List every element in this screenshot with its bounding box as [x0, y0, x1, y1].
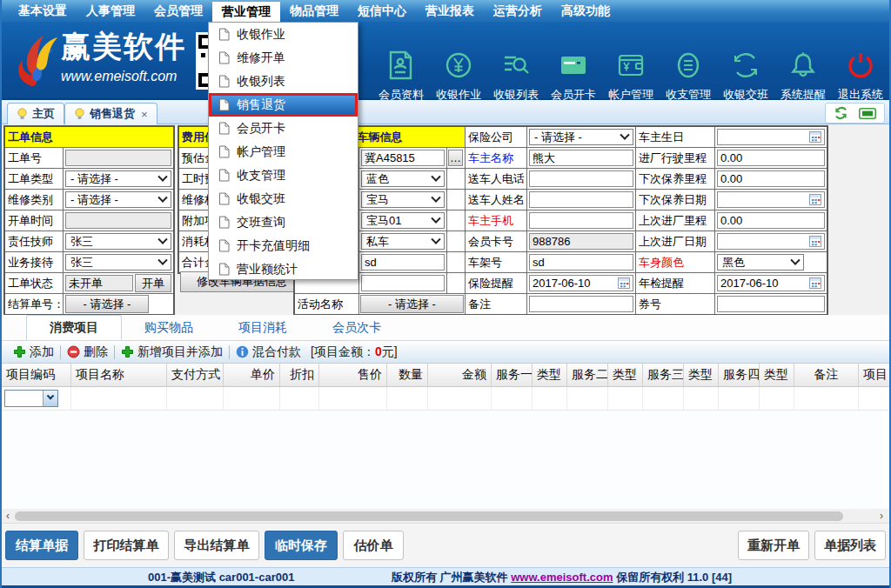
blank-field[interactable] — [361, 275, 445, 291]
scrollbar-thumb[interactable] — [15, 511, 843, 521]
tab-close-icon[interactable]: × — [141, 108, 148, 121]
menu-item-sms[interactable]: 短信中心 — [348, 0, 416, 22]
print-settlement-button[interactable]: 打印结算单 — [84, 531, 169, 560]
menu-item-label: 营业额统计 — [237, 262, 298, 277]
menu-item-analysis[interactable]: 运营分析 — [484, 0, 552, 22]
item-code-select[interactable] — [4, 390, 58, 407]
coupon-field[interactable] — [717, 296, 825, 312]
menu-shift-query[interactable]: 交班查询 — [209, 210, 358, 234]
menu-income-expense[interactable]: 收支管理 — [209, 164, 358, 187]
brand-select[interactable]: 宝马 — [361, 191, 445, 208]
tool-exit-system[interactable]: 退出系统 — [834, 48, 888, 103]
refresh-icon[interactable] — [834, 106, 848, 120]
chevron-down-icon — [431, 213, 440, 223]
temp-save-button[interactable]: 临时保存 — [265, 531, 338, 560]
menu-sales-return-highlighted[interactable]: 销售退货 — [209, 93, 358, 117]
deliverer-name-field[interactable] — [529, 191, 633, 208]
menu-card-recharge-detail[interactable]: 开卡充值明细 — [209, 234, 358, 257]
tool-member-profile[interactable]: 会员资料 — [374, 48, 428, 103]
field-label: 车身颜色 — [636, 252, 714, 272]
field-value: sd — [365, 256, 377, 269]
reopen-order-button[interactable]: 重新开单 — [738, 531, 809, 560]
menu-turnover-stats[interactable]: 营业额统计 — [209, 257, 358, 281]
tool-shift-change[interactable]: 收银交班 — [719, 48, 773, 103]
open-time-field[interactable] — [65, 212, 171, 229]
menu-item-basic-settings[interactable]: 基本设置 — [9, 0, 77, 22]
calendar-icon[interactable] — [809, 277, 821, 289]
menu-item-label: 交班查询 — [237, 215, 285, 231]
export-settlement-button[interactable]: 导出结算单 — [174, 531, 259, 560]
deliverer-phone-field[interactable] — [529, 170, 633, 187]
owner-phone-field[interactable] — [529, 212, 633, 229]
scroll-right-arrow[interactable]: › — [875, 509, 888, 523]
tool-income-expense[interactable]: 收支管理 — [661, 48, 715, 103]
order-no-field[interactable] — [65, 150, 171, 166]
calendar-icon[interactable] — [809, 236, 821, 247]
repair-category-select[interactable]: - 请选择 - — [65, 191, 171, 208]
tool-member-card[interactable]: 会员开卡 — [546, 48, 600, 103]
technician-select[interactable]: 张三 — [65, 233, 171, 250]
calendar-icon[interactable] — [618, 277, 630, 289]
annual-check-field[interactable]: 2017-06-10 — [717, 275, 825, 291]
menu-item-reports[interactable]: 营业报表 — [416, 0, 484, 22]
add-button[interactable]: 添加 — [7, 344, 60, 360]
tab-home[interactable]: 主页 — [7, 103, 64, 124]
vehicle-nature-select[interactable]: 私车 — [361, 233, 445, 250]
calendar-icon[interactable] — [809, 131, 821, 143]
tab-purchase-goods[interactable]: 购买物品 — [122, 315, 216, 340]
screen-icon[interactable] — [859, 108, 876, 119]
color-select[interactable]: 蓝色 — [361, 170, 445, 187]
menu-item-advanced[interactable]: 高级功能 — [552, 0, 620, 22]
note-field[interactable] — [529, 296, 633, 312]
website-link[interactable]: www.emeisoft.com — [511, 571, 613, 584]
menu-account-mgmt[interactable]: 帐户管理 — [209, 140, 358, 164]
tab-item-consumption[interactable]: 项目消耗 — [216, 315, 310, 340]
mileage-in-field[interactable]: 0.00 — [717, 150, 825, 166]
owner-name-field[interactable]: 熊大 — [529, 150, 633, 166]
add-new-item-button[interactable]: 新增项目并添加 — [115, 344, 229, 360]
insurance-remind-field[interactable]: 2017-06-10 — [529, 275, 633, 291]
model-select[interactable]: 宝马01 — [361, 212, 445, 229]
last-in-date-field[interactable] — [717, 233, 825, 250]
menu-item-goods[interactable]: 物品管理 — [280, 0, 348, 22]
tool-system-alert[interactable]: 系统提醒 — [776, 48, 830, 103]
tab-member-times-card[interactable]: 会员次卡 — [310, 315, 404, 340]
plate-no-field[interactable]: 冀A45815 — [361, 150, 445, 166]
menu-repair-order[interactable]: 维修开单 — [209, 46, 358, 70]
tool-cashier-work[interactable]: 收银作业 — [432, 48, 486, 103]
frame-no-field[interactable]: sd — [529, 254, 633, 271]
settle-no-select-button[interactable]: - 请选择 - — [65, 295, 149, 313]
settle-document-button[interactable]: 结算单据 — [5, 531, 78, 560]
menu-cashier-work[interactable]: 收银作业 — [209, 23, 358, 46]
insurer-select[interactable]: - 请选择 - — [529, 129, 633, 145]
mixed-payment-button[interactable]: 混合付款 — [230, 344, 307, 360]
scroll-left-arrow[interactable]: ‹ — [2, 509, 14, 523]
order-type-select[interactable]: - 请选择 - — [65, 170, 171, 187]
body-color-select[interactable]: 黑色 — [717, 254, 804, 271]
next-maint-date-field[interactable] — [717, 191, 825, 208]
delete-button[interactable]: 删除 — [61, 344, 114, 360]
document-list-button[interactable]: 单据列表 — [814, 531, 886, 560]
menu-cashier-list[interactable]: 收银列表 — [209, 70, 358, 93]
menu-item-label: 收银列表 — [237, 74, 285, 90]
receptionist-select[interactable]: 张三 — [65, 254, 171, 271]
plate-lookup-button[interactable]: … — [448, 150, 463, 166]
activity-select-button[interactable]: - 请选择 - — [360, 295, 464, 313]
misc-field[interactable]: sd — [361, 254, 445, 271]
menu-item-members[interactable]: 会员管理 — [144, 0, 212, 22]
last-in-mileage-field[interactable]: 0.00 — [717, 212, 825, 229]
tab-consume-items[interactable]: 消费项目 — [26, 315, 122, 340]
menu-shift-change[interactable]: 收银交班 — [209, 187, 358, 210]
next-maint-mileage-field[interactable]: 0.00 — [717, 170, 825, 187]
owner-birthday-field[interactable] — [717, 129, 825, 145]
calendar-icon[interactable] — [809, 194, 821, 205]
menu-item-business-active[interactable]: 营业管理 — [212, 2, 280, 22]
estimate-button[interactable]: 估价单 — [343, 531, 404, 560]
tool-cashier-list[interactable]: 收银列表 — [489, 48, 543, 103]
open-order-button[interactable]: 开单 — [135, 274, 171, 292]
application-window: 基本设置 人事管理 会员管理 营业管理 物品管理 短信中心 营业报表 运营分析 … — [0, 0, 891, 588]
tab-sales-return[interactable]: 销售退货 × — [64, 103, 157, 124]
tool-account-mgmt[interactable]: 帐户管理 — [604, 48, 658, 103]
menu-item-hr[interactable]: 人事管理 — [77, 0, 144, 22]
menu-member-card[interactable]: 会员开卡 — [209, 117, 358, 140]
